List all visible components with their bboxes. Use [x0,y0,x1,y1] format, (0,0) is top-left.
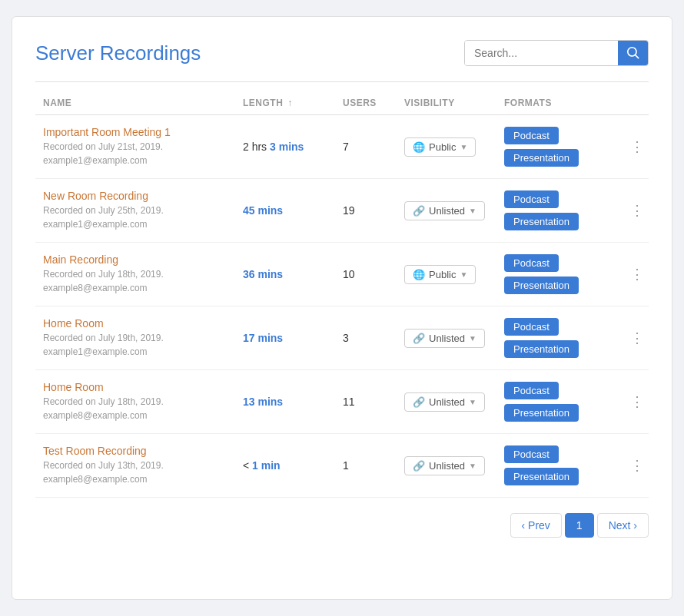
recording-meta: Recorded on July 18th, 2019.example8@exa… [43,395,243,422]
format-podcast-button[interactable]: Podcast [504,318,559,336]
row-formats-cell: PodcastPresentation [504,190,627,230]
row-visibility-cell: 🔗Unlisted▼ [404,201,504,220]
main-container: Server Recordings NAME LENGTH ↑ USERS VI… [12,16,672,600]
next-button[interactable]: Next › [597,513,649,538]
dropdown-arrow-icon: ▼ [469,207,476,215]
recording-meta: Recorded on July 21st, 2019.example1@exa… [43,140,243,167]
search-box [464,40,649,66]
table-row: Home Room Recorded on July 18th, 2019.ex… [35,370,649,434]
dropdown-arrow-icon: ▼ [460,143,467,151]
row-length-cell: 45 mins [243,204,343,217]
search-icon [627,47,639,59]
row-length-cell: 2 hrs 3 mins [243,141,343,153]
page-title: Server Recordings [35,41,201,65]
format-podcast-button[interactable]: Podcast [504,445,559,463]
row-actions-cell: ⋮ [627,326,658,349]
visibility-dropdown-button[interactable]: 🔗Unlisted▼ [404,392,485,412]
page-1-button[interactable]: 1 [565,513,594,538]
row-visibility-cell: 🔗Unlisted▼ [404,392,504,412]
visibility-icon: 🔗 [413,460,425,472]
format-presentation-button[interactable]: Presentation [504,340,579,358]
length-highlight: 3 mins [270,141,304,153]
length-highlight: 17 mins [243,332,283,344]
row-formats-cell: PodcastPresentation [504,254,627,294]
visibility-dropdown-button[interactable]: 🔗Unlisted▼ [404,329,485,348]
format-podcast-button[interactable]: Podcast [504,254,559,272]
recording-name-link[interactable]: Test Room Recording [43,445,243,457]
row-name-cell: Important Room Meeting 1 Recorded on Jul… [43,126,243,167]
row-actions-cell: ⋮ [627,135,658,158]
visibility-label: Public [429,269,456,280]
pagination: ‹ Prev 1 Next › [35,513,649,538]
visibility-icon: 🔗 [413,396,425,408]
visibility-icon: 🌐 [413,269,425,280]
row-name-cell: Test Room Recording Recorded on July 13t… [43,445,243,486]
visibility-label: Unlisted [429,333,465,344]
format-presentation-button[interactable]: Presentation [504,404,579,422]
visibility-dropdown-button[interactable]: 🔗Unlisted▼ [404,456,485,475]
dropdown-arrow-icon: ▼ [469,462,476,470]
table-row: Home Room Recorded on July 19th, 2019.ex… [35,306,649,370]
dropdown-arrow-icon: ▼ [460,270,467,279]
header-divider [35,81,649,82]
row-users-cell: 7 [343,141,404,153]
more-options-button[interactable]: ⋮ [627,199,647,222]
row-formats-cell: PodcastPresentation [504,127,627,167]
table-header: NAME LENGTH ↑ USERS VISIBILITY FORMATS [35,98,649,115]
recording-name-link[interactable]: Main Recording [43,253,243,266]
length-highlight: 1 min [252,459,281,472]
col-users: USERS [343,98,404,108]
row-name-cell: Home Room Recorded on July 19th, 2019.ex… [43,317,243,359]
row-name-cell: Home Room Recorded on July 18th, 2019.ex… [43,381,243,422]
row-visibility-cell: 🌐Public▼ [404,137,504,157]
format-podcast-button[interactable]: Podcast [504,190,559,208]
table-row: New Room Recording Recorded on July 25th… [35,179,649,243]
row-name-cell: New Room Recording Recorded on July 25th… [43,190,243,231]
row-visibility-cell: 🌐Public▼ [404,265,504,284]
recording-name-link[interactable]: New Room Recording [43,190,243,202]
visibility-dropdown-button[interactable]: 🌐Public▼ [404,265,476,284]
visibility-icon: 🔗 [413,205,425,217]
row-actions-cell: ⋮ [627,199,658,222]
table-row: Test Room Recording Recorded on July 13t… [35,434,649,498]
more-options-button[interactable]: ⋮ [627,326,647,349]
visibility-icon: 🔗 [413,333,425,344]
prev-button[interactable]: ‹ Prev [510,513,562,538]
visibility-dropdown-button[interactable]: 🔗Unlisted▼ [404,201,485,220]
row-length-cell: 13 mins [243,396,343,408]
row-users-cell: 1 [343,459,404,472]
more-options-button[interactable]: ⋮ [627,135,647,158]
row-formats-cell: PodcastPresentation [504,382,627,422]
search-input[interactable] [465,41,618,65]
col-formats: FORMATS [504,98,627,108]
row-visibility-cell: 🔗Unlisted▼ [404,329,504,348]
visibility-label: Unlisted [429,205,465,217]
row-name-cell: Main Recording Recorded on July 18th, 20… [43,253,243,295]
format-podcast-button[interactable]: Podcast [504,382,559,399]
row-users-cell: 10 [343,268,404,280]
page-header: Server Recordings [35,40,649,66]
format-presentation-button[interactable]: Presentation [504,468,579,485]
format-presentation-button[interactable]: Presentation [504,149,579,167]
recording-meta: Recorded on July 19th, 2019.example1@exa… [43,331,243,359]
more-options-button[interactable]: ⋮ [627,454,647,477]
recording-name-link[interactable]: Important Room Meeting 1 [43,126,243,138]
recording-name-link[interactable]: Home Room [43,317,243,330]
visibility-icon: 🌐 [413,141,425,153]
visibility-label: Unlisted [429,460,465,472]
recording-name-link[interactable]: Home Room [43,381,243,393]
search-button[interactable] [618,41,649,65]
format-podcast-button[interactable]: Podcast [504,127,559,144]
recording-meta: Recorded on July 13th, 2019.example8@exa… [43,459,243,486]
more-options-button[interactable]: ⋮ [627,263,647,286]
visibility-dropdown-button[interactable]: 🌐Public▼ [404,137,476,157]
more-options-button[interactable]: ⋮ [627,390,647,413]
dropdown-arrow-icon: ▼ [469,398,476,406]
format-presentation-button[interactable]: Presentation [504,213,579,230]
recording-meta: Recorded on July 25th, 2019.example1@exa… [43,204,243,231]
table-row: Main Recording Recorded on July 18th, 20… [35,243,649,306]
recording-meta: Recorded on July 18th, 2019.example8@exa… [43,267,243,295]
row-users-cell: 3 [343,332,404,344]
row-length-cell: 17 mins [243,332,343,344]
format-presentation-button[interactable]: Presentation [504,277,579,294]
